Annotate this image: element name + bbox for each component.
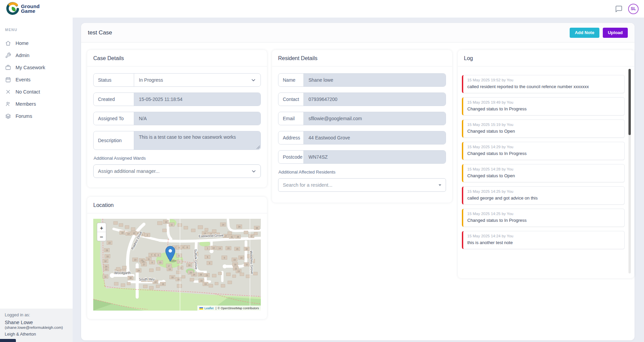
log-entry: 15 May 2025 14:28 by YouChanged status t… [462, 164, 625, 182]
user-avatar[interactable]: SL [628, 4, 639, 14]
street-label-woodgarth: Woodgarth [114, 271, 131, 275]
house-number: 27 [224, 235, 227, 237]
log-title: Log [458, 50, 634, 67]
log-timestamp: 15 May 2025 14:25 by You [467, 212, 620, 216]
house-number: 24 [137, 269, 140, 272]
house-number: 4 [178, 246, 180, 249]
person-icon [5, 101, 11, 107]
house-number: 14 [222, 223, 224, 226]
layers-icon [5, 113, 11, 119]
sidebar-menu: HomeAdminMy CaseworkEventsNo ContactMemb… [0, 37, 73, 122]
house-number: 7 [151, 254, 152, 256]
sidebar: MENU HomeAdminMy CaseworkEventsNo Contac… [0, 18, 73, 342]
sidebar-item-members[interactable]: Members [0, 98, 73, 110]
log-timestamp: 15 May 2025 14:29 by You [467, 145, 620, 149]
field-label-assigned-to: Assigned To [94, 112, 134, 125]
map-attribution: Leaflet | © OpenStreetMap contributors [197, 306, 261, 311]
house-number: 25 [142, 261, 145, 263]
house-number: 22 [108, 242, 111, 244]
logged-in-user-name: Shane Lowe [5, 319, 68, 325]
chevron-down-icon [251, 169, 256, 174]
resident-search-select[interactable]: Search for a resident... [278, 178, 446, 192]
sidebar-item-forums[interactable]: Forums [0, 110, 73, 122]
house-number: 8 [187, 246, 188, 248]
resident-row-name: NameShane lowe [278, 73, 446, 87]
case-assigned-to-value: N/A [134, 112, 261, 125]
log-message: this is another test note [467, 240, 620, 245]
house-number: 34 [105, 265, 107, 268]
page-title: test Case [88, 29, 112, 36]
house-number: 18 [240, 257, 243, 259]
chat-icon[interactable] [615, 5, 623, 13]
field-label-status: Status [94, 74, 134, 86]
field-label-email: Email [278, 112, 304, 125]
case-details-card: Case Details StatusIn ProgressCreated15-… [87, 50, 267, 187]
house-number: 37 [250, 235, 253, 237]
house-number: 15 [200, 280, 203, 282]
house-number: 1 [207, 247, 208, 249]
leaflet-link[interactable]: Leaflet [204, 307, 214, 310]
sidebar-item-label: Admin [16, 53, 29, 58]
house-number: 9 [151, 261, 153, 264]
log-message: Changed status to In Progress [467, 106, 620, 111]
house-number: 6 [178, 255, 180, 257]
assign-manager-select[interactable]: Assign additional manager... [93, 164, 261, 178]
resident-name-value: Shane lowe [304, 74, 446, 86]
sidebar-item-label: Members [16, 101, 36, 107]
sidebar-item-my-casework[interactable]: My Casework [0, 61, 73, 74]
house-number: 35 [255, 227, 258, 229]
log-message: Changed status to In Progress [467, 151, 620, 156]
leaflet-map[interactable]: 1311181410862222832341613191511753246814… [93, 219, 261, 311]
house-number: 19 [134, 259, 137, 261]
log-scrollbar-thumb[interactable] [628, 69, 631, 135]
logo-g-icon [5, 2, 20, 16]
house-number: 14 [218, 247, 221, 249]
logged-in-as-label: Logged in as: [5, 313, 68, 317]
log-entry: 15 May 2025 14:25 by YouChanged status t… [462, 209, 625, 227]
case-row-status: StatusIn Progress [93, 73, 261, 87]
house-number: 28 [199, 273, 202, 276]
top-bar: Ground Game SL [0, 0, 644, 18]
sidebar-item-events[interactable]: Events [0, 74, 73, 86]
house-number: 32 [104, 260, 107, 262]
page-header: test Case Add Note Upload [81, 23, 635, 43]
house-number: 19 [237, 270, 240, 272]
sidebar-item-admin[interactable]: Admin [0, 49, 73, 61]
osm-attribution[interactable]: © OpenStreetMap contributors [218, 307, 259, 310]
house-number: 15 [233, 259, 236, 261]
case-description-value: This is a test case to see how casework … [134, 131, 261, 150]
app-logo[interactable]: Ground Game [5, 2, 40, 16]
log-entry: 15 May 2025 14:24 by Youthis is another … [462, 231, 625, 249]
ukraine-flag-icon [199, 307, 203, 309]
sidebar-footer: Logged in as: Shane Lowe (shane.lowe@ref… [0, 309, 73, 342]
house-number: 35 [237, 236, 239, 238]
house-number: 38 [129, 277, 132, 279]
sidebar-item-label: My Casework [16, 65, 45, 70]
house-number: 10 [179, 267, 182, 269]
sidebar-item-home[interactable]: Home [0, 37, 73, 49]
house-number: 32 [245, 248, 248, 250]
log-entry: 15 May 2025 14:25 by Youcalled george an… [462, 186, 625, 205]
house-number: 19 [168, 268, 171, 270]
x-icon [5, 89, 11, 95]
zoom-out-button[interactable]: − [100, 234, 103, 240]
sidebar-item-label: Forums [16, 113, 32, 119]
resize-grip-icon[interactable] [256, 146, 260, 149]
sidebar-item-label: Events [16, 77, 30, 82]
log-message: Changed status to Open [467, 129, 620, 134]
upload-button[interactable]: Upload [603, 28, 628, 38]
add-note-button[interactable]: Add Note [570, 28, 599, 38]
log-scrollbar-track[interactable] [628, 69, 631, 273]
house-number: 20 [189, 271, 192, 274]
field-label-description: Description [94, 131, 134, 150]
sidebar-item-no-contact[interactable]: No Contact [0, 86, 73, 98]
resident-row-contact: Contact07939647200 [278, 93, 446, 106]
case-status-select[interactable]: In Progress [134, 74, 261, 86]
house-number: 24 [193, 273, 195, 276]
location-title: Location [87, 197, 267, 213]
house-number: 34 [238, 226, 241, 228]
house-number: 23 [205, 274, 208, 277]
zoom-in-button[interactable]: + [100, 225, 103, 231]
select-arrow-icon [439, 184, 441, 186]
field-label-name: Name [278, 74, 304, 86]
